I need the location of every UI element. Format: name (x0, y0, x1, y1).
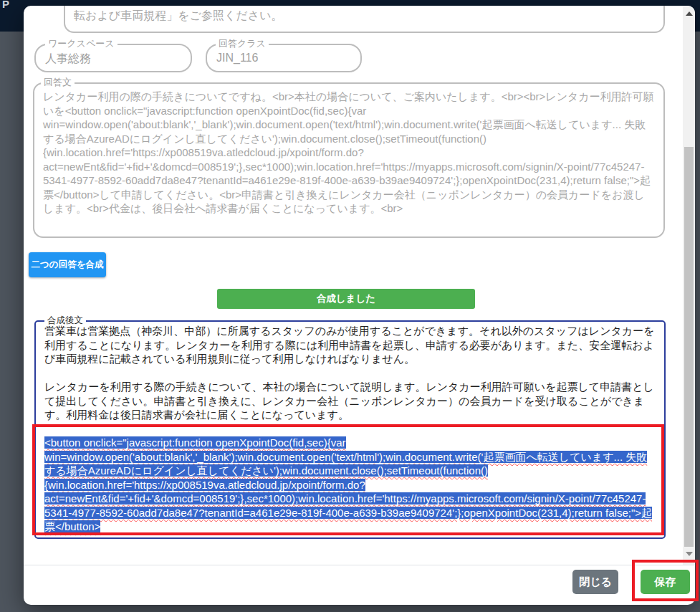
page-header-text-fragment: P (2, 0, 9, 10)
answer-text-label: 回答文 (41, 77, 75, 87)
selected-code-text: <button onclick="javascript:function ope… (44, 436, 652, 532)
previous-answer-textarea-partial[interactable]: 転および車両規程」をご参照ください。 (64, 6, 665, 33)
scrollbar-up-arrow-icon[interactable] (686, 11, 693, 16)
merge-status-message: 合成しました (217, 289, 475, 309)
answer-class-field-label: 回答クラス (216, 39, 269, 49)
merged-text-label: 合成後文 (44, 315, 86, 325)
footer-divider (24, 565, 695, 565)
answer-textarea[interactable]: レンタカー利用の際の手続きについてですね。<br>本社の場合について、ご案内いた… (33, 82, 665, 238)
merged-textarea[interactable]: 営業車は営業拠点（神奈川、中部）に所属するスタッフのみが使用することができます。… (34, 320, 666, 539)
merge-answers-button[interactable]: 二つの回答を合成 (29, 252, 106, 277)
workspace-field-label: ワークスペース (45, 39, 118, 49)
close-button[interactable]: 閉じる (572, 570, 618, 594)
edit-answer-modal: 転および車両規程」をご参照ください。 ワークスペース 人事総務 回答クラス JI… (24, 6, 695, 605)
merged-paragraph-1: 営業車は営業拠点（神奈川、中部）に所属するスタッフのみが使用することができます。… (44, 325, 655, 365)
save-button[interactable]: 保存 (641, 570, 690, 594)
merged-paragraph-2: レンタカーを利用する際の手続きについて、本社の場合について説明します。レンタカー… (44, 381, 654, 421)
modal-scrollbar-thumb[interactable] (684, 147, 694, 547)
scrollbar-down-arrow-icon[interactable] (686, 552, 693, 556)
